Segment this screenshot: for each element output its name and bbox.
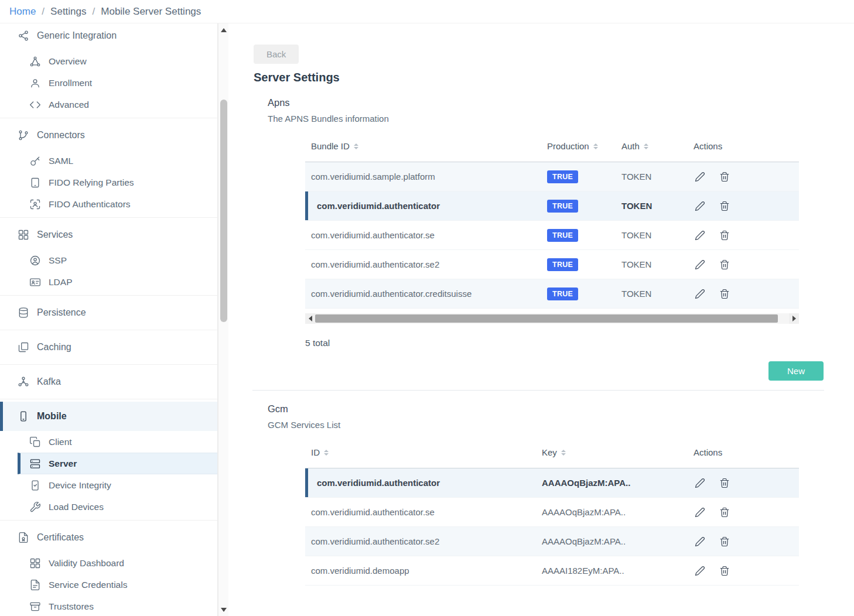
sidebar-item-generic-integration[interactable]: Generic Integration (0, 23, 217, 50)
auth-cell: TOKEN (616, 289, 688, 299)
sidebar-item-ssp[interactable]: SSP (0, 249, 217, 271)
sidebar-item-mobile[interactable]: Mobile (0, 402, 217, 431)
edit-button[interactable] (695, 289, 705, 299)
sort-icon[interactable] (324, 450, 329, 456)
table-row[interactable]: com.veridiumid.authenticator.se2 AAAAOqB… (305, 527, 799, 556)
sidebar-item-fido-relying-parties[interactable]: FIDO Relying Parties (0, 172, 217, 193)
sidebar-item-enrollment[interactable]: Enrollment (0, 72, 217, 94)
sort-icon[interactable] (561, 450, 566, 456)
pencil-icon (695, 259, 705, 270)
table-row[interactable]: com.veridiumid.authenticator.creditsuiss… (305, 279, 799, 309)
sidebar-item-label: Client (49, 437, 72, 447)
new-button[interactable]: New (768, 361, 824, 381)
delete-button[interactable] (719, 230, 730, 241)
trash-icon (719, 172, 730, 182)
table-row[interactable]: com.veridiumid.authenticator.se2 TRUE TO… (305, 250, 799, 279)
edit-button[interactable] (695, 259, 705, 270)
sidebar-item-label: Kafka (37, 377, 61, 387)
pencil-icon (695, 478, 705, 488)
auth-cell: TOKEN (616, 230, 688, 240)
breadcrumb-settings-link[interactable]: Settings (50, 6, 86, 18)
sort-icon[interactable] (354, 143, 358, 149)
pencil-icon (695, 172, 705, 182)
sidebar-item-connectors[interactable]: Connectors (0, 121, 217, 150)
sidebar-item-label: Load Devices (49, 502, 104, 512)
edit-button[interactable] (695, 566, 705, 576)
gcm-section: Gcm GCM Services List ID Key Actions com… (254, 403, 854, 586)
breadcrumb-home-link[interactable]: Home (9, 6, 36, 18)
sidebar-item-server[interactable]: Server (18, 453, 217, 474)
delete-button[interactable] (719, 201, 730, 211)
edit-button[interactable] (695, 536, 705, 547)
scrollbar-thumb[interactable] (315, 314, 778, 323)
delete-button[interactable] (719, 259, 730, 270)
bundle-id-cell: com.veridiumid.authenticator.creditsuiss… (305, 289, 541, 299)
sidebar-item-label: LDAP (49, 277, 73, 288)
key-cell: AAAAOqBjazM:APA.. (536, 478, 688, 488)
edit-button[interactable] (695, 507, 705, 518)
sidebar-scrollbar[interactable] (218, 23, 228, 616)
edit-button[interactable] (695, 478, 705, 488)
sidebar-item-certificates[interactable]: Certificates (0, 523, 217, 552)
breadcrumb-separator: / (42, 6, 45, 18)
delete-button[interactable] (719, 536, 730, 547)
sidebar-item-label: Truststores (49, 601, 94, 612)
sort-icon[interactable] (593, 143, 598, 149)
sidebar-item-device-integrity[interactable]: Device Integrity (0, 474, 217, 496)
table-row[interactable]: com.veridiumid.authenticator.se AAAAOqBj… (305, 498, 799, 527)
delete-button[interactable] (719, 478, 730, 488)
sidebar-item-label: Persistence (37, 307, 86, 318)
sidebar-item-service-credentials[interactable]: Service Credentials (0, 574, 217, 596)
actions-cell (688, 259, 799, 270)
delete-button[interactable] (719, 566, 730, 576)
sidebar-item-ldap[interactable]: LDAP (0, 271, 217, 293)
pencil-icon (695, 230, 705, 241)
integration-icon (18, 30, 29, 42)
sort-icon[interactable] (644, 143, 648, 149)
edit-button[interactable] (695, 201, 705, 211)
sidebar-item-overview[interactable]: Overview (0, 50, 217, 72)
user-icon (29, 77, 41, 89)
table-row-selected[interactable]: com.veridiumid.authenticator AAAAOqBjazM… (305, 468, 799, 498)
user-scan-icon (29, 199, 41, 210)
sidebar-item-label: Validity Dashboard (49, 558, 124, 569)
edit-button[interactable] (695, 230, 705, 241)
scroll-down-button[interactable] (218, 604, 229, 615)
grid-icon (29, 557, 41, 569)
column-header-key: Key (536, 447, 688, 457)
sidebar-item-persistence[interactable]: Persistence (0, 298, 217, 327)
scroll-up-button[interactable] (218, 25, 229, 35)
table-row-selected[interactable]: com.veridiumid.authenticator TRUE TOKEN (305, 191, 799, 221)
sidebar-item-caching[interactable]: Caching (0, 333, 217, 362)
grid-icon (18, 229, 29, 241)
delete-button[interactable] (719, 289, 730, 299)
table-row[interactable]: com.veridiumid.authenticator.se TRUE TOK… (305, 221, 799, 250)
scrollbar-thumb[interactable] (220, 100, 227, 322)
sidebar-item-client[interactable]: Client (0, 431, 217, 453)
trash-icon (719, 259, 730, 270)
bundle-id-cell: com.veridiumid.authenticator.se2 (305, 259, 541, 269)
sidebar-item-fido-authenticators[interactable]: FIDO Authenticators (0, 193, 217, 215)
actions-cell (688, 478, 799, 488)
sidebar-item-services[interactable]: Services (0, 220, 217, 249)
sidebar-item-saml[interactable]: SAML (0, 150, 217, 172)
sidebar-item-validity-dashboard[interactable]: Validity Dashboard (0, 552, 217, 574)
scrollbar-track[interactable] (315, 313, 789, 324)
back-button[interactable]: Back (254, 45, 299, 64)
table-row[interactable]: com.veridiumid.sample.platform TRUE TOKE… (305, 162, 799, 191)
trash-icon (719, 507, 730, 518)
sidebar-item-truststores[interactable]: Truststores (0, 596, 217, 616)
delete-button[interactable] (719, 507, 730, 518)
actions-cell (688, 566, 799, 576)
sidebar-item-kafka[interactable]: Kafka (0, 367, 217, 396)
server-icon (29, 458, 41, 470)
edit-button[interactable] (695, 172, 705, 182)
scroll-right-button[interactable] (789, 313, 799, 324)
sidebar-item-advanced[interactable]: Advanced (0, 94, 217, 115)
table-row[interactable]: com.veridiumid.demoapp AAAAI182EyM:APA.. (305, 556, 799, 586)
branch-icon (18, 129, 29, 141)
horizontal-scrollbar[interactable] (305, 313, 799, 324)
sidebar-item-load-devices[interactable]: Load Devices (0, 496, 217, 518)
delete-button[interactable] (719, 172, 730, 182)
scroll-left-button[interactable] (305, 313, 315, 324)
